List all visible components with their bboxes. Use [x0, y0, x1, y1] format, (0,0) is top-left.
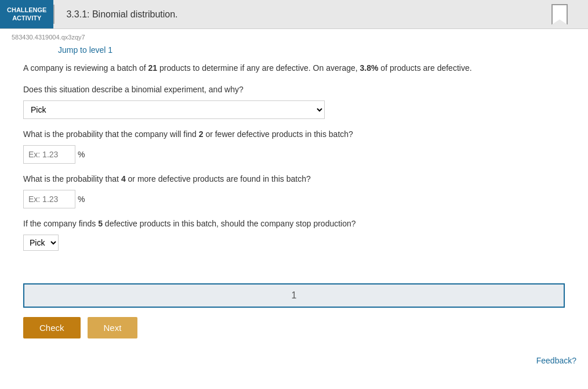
activity-title: 3.3.1: Binomial distribution.	[55, 0, 588, 28]
next-button[interactable]: Next	[88, 317, 138, 338]
main-content: 583430.4319004.qx3zqy7 Jump to level 1 A…	[0, 29, 588, 389]
header: CHALLENGE ACTIVITY 3.3.1: Binomial distr…	[0, 0, 588, 29]
q1-dropdown[interactable]: Pick Yes, because there are a fixed numb…	[23, 100, 325, 119]
q2-label: What is the probability that the company…	[23, 128, 565, 141]
q4-dropdown[interactable]: Pick Yes No	[23, 235, 59, 251]
q3-label: What is the probability that 4 or more d…	[23, 173, 565, 185]
q1-label: Does this situation describe a binomial …	[23, 84, 565, 96]
q3-percent: %	[78, 195, 85, 204]
bookmark-shape	[551, 4, 568, 25]
button-row: Check Next	[0, 317, 588, 350]
badge-text: CHALLENGE ACTIVITY	[7, 6, 46, 21]
level-bar-value: 1	[292, 290, 297, 301]
q2-percent: %	[78, 150, 85, 159]
q3-input-group: %	[23, 190, 565, 208]
content-area: A company is reviewing a batch of 21 pro…	[0, 62, 588, 272]
activity-id: 583430.4319004.qx3zqy7	[0, 29, 588, 43]
jump-to-level-link[interactable]: Jump to level 1	[0, 43, 588, 62]
q2-input[interactable]	[23, 145, 75, 164]
q3-input[interactable]	[23, 190, 75, 208]
feedback-link[interactable]: Feedback?	[0, 350, 588, 371]
q2-input-group: %	[23, 145, 565, 164]
intro-text: A company is reviewing a batch of 21 pro…	[23, 62, 565, 74]
question-3: What is the probability that 4 or more d…	[23, 173, 565, 208]
challenge-activity-badge: CHALLENGE ACTIVITY	[0, 0, 53, 28]
question-1: Does this situation describe a binomial …	[23, 84, 565, 119]
question-2: What is the probability that the company…	[23, 128, 565, 164]
bookmark-icon[interactable]	[551, 4, 568, 25]
q4-label: If the company finds 5 defective product…	[23, 218, 565, 230]
check-button[interactable]: Check	[23, 317, 81, 338]
question-4: If the company finds 5 defective product…	[23, 218, 565, 251]
level-bar: 1	[23, 283, 565, 308]
